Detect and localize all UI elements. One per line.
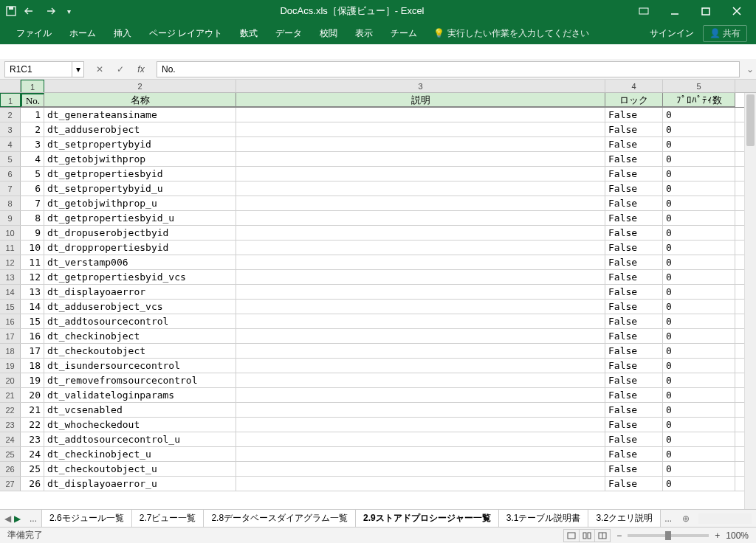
cell-desc[interactable] [236,255,605,269]
normal-view-icon[interactable] [563,529,580,542]
cell-name[interactable]: dt_addtosourcecontrol [44,314,236,328]
ribbon-display-icon[interactable] [629,1,659,21]
tab-home[interactable]: ホーム [62,24,103,43]
row-header[interactable]: 8 [0,196,21,210]
sheet-tabs-truncated[interactable]: ... [660,511,676,526]
tab-formulas[interactable]: 数式 [233,24,265,43]
row-header[interactable]: 15 [0,300,21,314]
cell-no[interactable]: 3 [21,137,44,151]
cell-desc[interactable] [236,447,605,461]
row-header[interactable]: 13 [0,270,21,284]
cell-lock[interactable]: False [605,196,663,210]
cell-name[interactable]: dt_checkinobject_u [44,447,236,461]
signin-link[interactable]: サインイン [650,27,694,40]
cancel-icon[interactable]: ✕ [92,61,108,77]
col-header[interactable]: 3 [236,80,605,92]
tab-insert[interactable]: 挿入 [106,24,139,43]
cell-desc[interactable] [236,388,605,402]
cell-lock[interactable]: False [605,432,663,446]
cell-name[interactable]: dt_adduserobject_vcs [44,300,236,314]
cell-lock[interactable]: False [605,314,663,328]
new-sheet-icon[interactable]: ⊕ [682,513,690,524]
minimize-icon[interactable] [660,1,690,21]
cell-desc[interactable] [236,270,605,284]
qat-customize-icon[interactable]: ▾ [62,4,75,18]
cell-desc[interactable] [236,329,605,343]
cell-no[interactable]: 22 [21,418,44,432]
cell-props[interactable]: 0 [663,477,735,491]
cell-lock[interactable]: False [605,344,663,358]
cell-no[interactable]: 25 [21,462,44,476]
cell-no[interactable]: 14 [21,300,44,314]
cell-lock[interactable]: False [605,373,663,387]
cell-props[interactable]: 0 [663,122,735,136]
cell-no[interactable]: 17 [21,344,44,358]
cell-props[interactable]: 0 [663,432,735,446]
page-break-view-icon[interactable] [594,529,611,542]
row-header[interactable]: 24 [0,432,21,446]
cell-no[interactable]: 16 [21,329,44,343]
col-header[interactable]: 2 [44,80,236,92]
cell-no[interactable]: 11 [21,255,44,269]
row-header[interactable]: 10 [0,226,21,240]
cell-lock[interactable]: False [605,211,663,225]
cell-props[interactable]: 0 [663,373,735,387]
cell-name[interactable]: dt_setpropertybyid [44,137,236,151]
cell-no[interactable]: 23 [21,432,44,446]
col-header[interactable]: 5 [663,80,735,92]
cell-props[interactable]: 0 [663,418,735,432]
row-header[interactable]: 17 [0,329,21,343]
save-icon[interactable] [4,4,18,18]
cell-name[interactable]: dt_checkoutobject [44,344,236,358]
row-header[interactable]: 11 [0,241,21,255]
scrollbar-thumb[interactable] [746,94,755,146]
cell-no[interactable]: 19 [21,373,44,387]
horizontal-scrollbar[interactable] [698,513,752,524]
cell-lock[interactable]: False [605,108,663,122]
page-layout-view-icon[interactable] [579,529,595,542]
cell-desc[interactable] [236,241,605,255]
close-icon[interactable] [722,1,752,21]
sheet-tab[interactable]: 2.8データベースダイアグラム一覧 [203,509,356,528]
cell-desc[interactable] [236,226,605,240]
cell-props[interactable]: 0 [663,344,735,358]
cell-desc[interactable] [236,196,605,210]
cell-props[interactable]: 0 [663,226,735,240]
cell-lock[interactable]: False [605,359,663,373]
cell-lock[interactable]: False [605,152,663,166]
cell-no[interactable]: 1 [21,108,44,122]
insert-function-icon[interactable]: fx [133,61,149,77]
cell-desc[interactable] [236,477,605,491]
row-header[interactable]: 21 [0,388,21,402]
cell-name[interactable]: dt_checkinobject [44,329,236,343]
cell-props[interactable]: 0 [663,241,735,255]
cell-lock[interactable]: False [605,226,663,240]
sheet-tab[interactable]: 3.1テーブル説明書 [498,509,589,528]
name-box-dropdown-icon[interactable]: ▾ [72,61,84,77]
tab-pagelayout[interactable]: ページ レイアウト [142,24,230,43]
row-header[interactable]: 14 [0,285,21,299]
cell-name[interactable]: dt_vcsenabled [44,403,236,417]
tab-scroll-left-icon[interactable]: ◀ [4,513,11,524]
cell-name[interactable]: dt_droppropertiesbyid [44,241,236,255]
cell-name[interactable]: dt_generateansiname [44,108,236,122]
cell-name[interactable]: dt_getobjwithprop_u [44,196,236,210]
formula-input[interactable]: No. [157,61,740,77]
cell-desc[interactable] [236,167,605,181]
cell-props[interactable]: 0 [663,388,735,402]
cell-lock[interactable]: False [605,137,663,151]
cell-lock[interactable]: False [605,403,663,417]
header-lock[interactable]: ロック [605,93,663,107]
cell-name[interactable]: dt_checkoutobject_u [44,462,236,476]
row-header[interactable]: 23 [0,418,21,432]
cell-props[interactable]: 0 [663,181,735,196]
cell-no[interactable]: 13 [21,285,44,299]
row-header[interactable]: 25 [0,447,21,461]
sheet-tab[interactable]: 2.9ストアドプロシージャー一覧 [355,509,499,528]
zoom-in-icon[interactable]: + [715,530,720,541]
row-header[interactable]: 9 [0,211,21,225]
cell-props[interactable]: 0 [663,300,735,314]
enter-icon[interactable]: ✓ [112,61,128,77]
cell-name[interactable]: dt_removefromsourcecontrol [44,373,236,387]
cell-desc[interactable] [236,137,605,151]
